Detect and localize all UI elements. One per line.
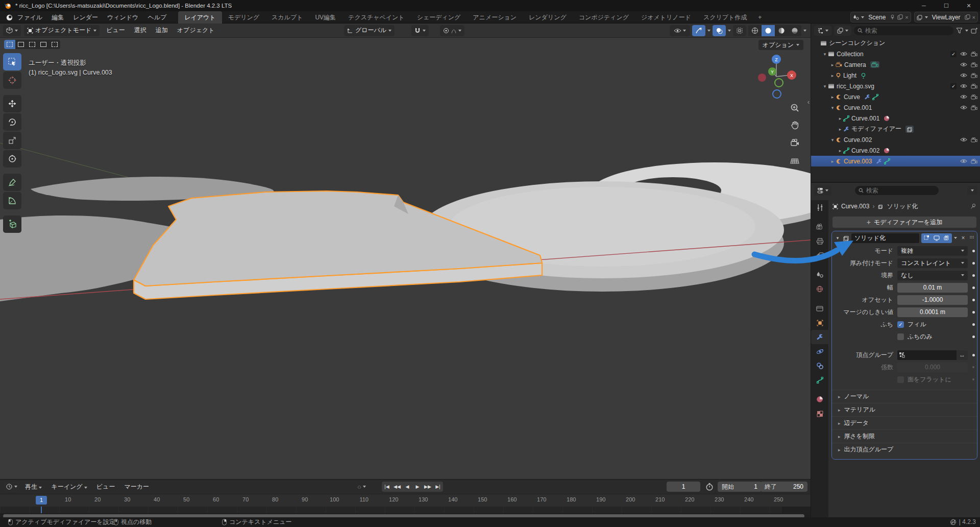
tool-measure[interactable]: [3, 192, 21, 209]
cam-toggle[interactable]: [971, 52, 977, 57]
properties-tab-collection[interactable]: [811, 301, 828, 316]
expand-arrow[interactable]: ▾: [835, 235, 841, 241]
viewlayer-selector[interactable]: ViewLayer ×: [914, 12, 978, 22]
breadcrumb-modifier[interactable]: ソリッド化: [887, 202, 918, 211]
disclosure-arrow[interactable]: ▸: [829, 159, 836, 164]
shading-solid-button[interactable]: [762, 25, 775, 36]
play-reverse-button[interactable]: ◀: [402, 482, 412, 492]
tool-rotate[interactable]: [3, 113, 21, 131]
properties-tab-physics[interactable]: [811, 344, 828, 358]
workspace-tab[interactable]: テクスチャペイント: [342, 11, 411, 23]
animate-property-dot[interactable]: [970, 336, 977, 338]
properties-tab-scene[interactable]: [811, 268, 828, 282]
eye-toggle[interactable]: [960, 52, 967, 56]
workspace-tab[interactable]: アニメーション: [467, 11, 523, 23]
workspace-tab[interactable]: コンポジティング: [573, 11, 635, 23]
outliner-row-Curve.001[interactable]: ▸Curve.001: [811, 113, 980, 124]
timeline-track[interactable]: [0, 507, 811, 513]
eye-toggle[interactable]: [960, 84, 967, 88]
outliner-row-シーンコレクション[interactable]: シーンコレクション: [811, 38, 980, 49]
editor-type-button[interactable]: [3, 25, 21, 36]
subpanel-マテリアル[interactable]: ▸マテリアル: [832, 403, 977, 416]
navigation-gizmo[interactable]: Z X Y: [756, 47, 796, 103]
viewport-menu-選択[interactable]: 選択: [130, 26, 151, 35]
number-field-幅[interactable]: 0.01 m: [897, 283, 968, 293]
timeline-editor-type-button[interactable]: [3, 482, 20, 492]
number-field-係数[interactable]: 0.000: [897, 363, 968, 372]
tool-transform[interactable]: [3, 150, 21, 167]
proportional-editing-dropdown[interactable]: [440, 25, 464, 36]
display-editmode-toggle[interactable]: [921, 233, 932, 243]
topbar-menu-ウィンドウ[interactable]: ウィンドウ: [103, 11, 143, 23]
tool-scale[interactable]: [3, 132, 21, 149]
blender-menu-icon[interactable]: [5, 13, 13, 21]
filter-funnel-icon[interactable]: [956, 28, 963, 34]
show-visibility-dropdown[interactable]: [670, 25, 690, 36]
outliner-row-モディファイアー[interactable]: ▸モディファイアー: [811, 124, 980, 134]
unlink-scene-icon[interactable]: ×: [905, 14, 908, 20]
pin-icon[interactable]: [890, 14, 895, 20]
tool-annotate[interactable]: [3, 174, 21, 191]
disclosure-arrow[interactable]: ▾: [822, 84, 828, 89]
jump-to-start-button[interactable]: |◀: [382, 482, 392, 492]
topbar-menu-ファイル[interactable]: ファイル: [13, 11, 47, 23]
properties-editor-type-button[interactable]: [814, 185, 831, 196]
cam-toggle[interactable]: [971, 105, 977, 110]
outliner-row-Light[interactable]: ▸Light: [811, 70, 980, 81]
outliner-row-Collection[interactable]: ▾Collection✓: [811, 49, 980, 59]
eye-toggle[interactable]: [960, 62, 967, 67]
xray-toggle[interactable]: [733, 25, 746, 36]
shading-rendered-button[interactable]: [788, 25, 801, 36]
outliner-row-Camera[interactable]: ▸Camera: [811, 59, 980, 70]
animate-property-dot[interactable]: [970, 311, 977, 314]
disclosure-arrow[interactable]: ▸: [837, 127, 843, 132]
drag-handle[interactable]: [969, 235, 974, 241]
properties-tab-object[interactable]: [811, 316, 828, 330]
pin-icon[interactable]: [970, 203, 976, 209]
tool-cursor[interactable]: [3, 71, 21, 89]
pan-hand-button[interactable]: [788, 118, 801, 132]
viewlayer-name[interactable]: ViewLayer: [930, 14, 963, 21]
disclosure-arrow[interactable]: ▸: [829, 73, 836, 78]
outliner-filter-id-button[interactable]: [834, 26, 851, 36]
animate-property-dot[interactable]: [970, 366, 977, 368]
workspace-tab[interactable]: シェーディング: [411, 11, 467, 23]
subpanel-出力頂点グループ[interactable]: ▸出力頂点グループ: [832, 443, 977, 456]
properties-tab-viewlayer[interactable]: [811, 248, 828, 262]
breadcrumb-object[interactable]: Curve.003: [841, 203, 869, 210]
sidebar-toggle[interactable]: ‹: [807, 98, 810, 106]
checkbox-フィル[interactable]: ✓: [897, 321, 904, 328]
current-frame-badge[interactable]: 1: [36, 496, 47, 505]
workspace-tab[interactable]: UV編集: [309, 11, 342, 23]
properties-options-dropdown[interactable]: [967, 186, 977, 195]
disclosure-arrow[interactable]: ▸: [829, 94, 836, 100]
display-render-toggle[interactable]: [942, 233, 952, 243]
add-modifier-button[interactable]: +モディファイアーを追加: [832, 217, 976, 228]
select-intersect-button[interactable]: [49, 40, 60, 49]
outliner-search-input[interactable]: 検索: [854, 26, 953, 35]
workspace-tab[interactable]: ジオメトリノード: [635, 11, 697, 23]
eye-toggle[interactable]: [960, 137, 967, 142]
disclosure-arrow[interactable]: ▸: [829, 62, 836, 67]
vertex-group-field[interactable]: [897, 350, 957, 360]
filter-dropdown[interactable]: [965, 30, 968, 32]
outliner-row-Curve[interactable]: ▸Curve: [811, 91, 980, 102]
disclosure-arrow[interactable]: ▾: [829, 137, 836, 142]
animate-property-dot[interactable]: [970, 250, 977, 252]
properties-tab-output[interactable]: [811, 234, 828, 248]
viewport-menu-ビュー[interactable]: ビュー: [102, 26, 130, 35]
snap-dropdown[interactable]: [411, 25, 429, 36]
cam-toggle[interactable]: [971, 94, 977, 100]
new-copy-icon[interactable]: [965, 14, 970, 20]
animate-property-dot[interactable]: [970, 378, 977, 380]
viewport-menu-追加[interactable]: 追加: [151, 26, 173, 35]
checkbox-ふちのみ[interactable]: [897, 333, 904, 340]
animate-property-dot[interactable]: [970, 262, 977, 265]
current-frame-field[interactable]: 1: [667, 482, 700, 492]
show-gizmo-toggle[interactable]: [692, 25, 705, 36]
next-keyframe-button[interactable]: ▶▶: [423, 482, 433, 492]
cam-toggle[interactable]: [971, 62, 977, 67]
invert-vertex-group-button[interactable]: ↔: [957, 350, 968, 360]
select-difference-button[interactable]: [38, 40, 49, 49]
cam-toggle[interactable]: [971, 84, 977, 89]
